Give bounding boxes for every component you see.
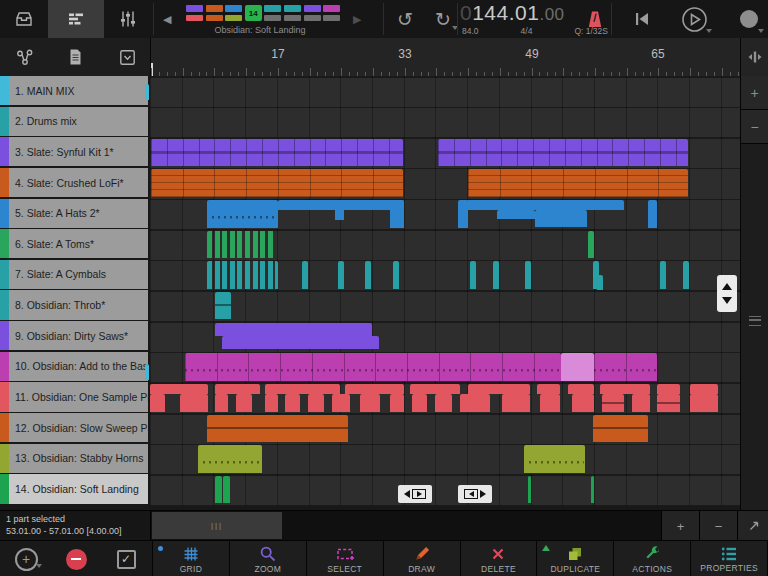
timeline-ruler[interactable]: 17334965 (150, 38, 741, 76)
clip[interactable] (390, 200, 404, 228)
clip[interactable] (345, 384, 404, 394)
track-chip[interactable] (225, 15, 242, 22)
clip[interactable] (597, 275, 603, 290)
clip[interactable] (265, 394, 278, 412)
tool-draw-button[interactable]: DRAW (384, 541, 461, 576)
track-chip[interactable] (225, 5, 242, 12)
zoom-out-button[interactable]: − (699, 511, 737, 541)
clip[interactable] (561, 353, 594, 381)
clip[interactable] (265, 384, 340, 394)
loop-end-marker[interactable] (458, 485, 492, 503)
clip[interactable] (572, 394, 594, 412)
selected-track-chip[interactable]: 14 (245, 5, 262, 21)
clip[interactable] (180, 394, 208, 412)
track-chip[interactable] (264, 15, 281, 22)
track-chip[interactable] (206, 5, 223, 12)
clip[interactable] (648, 200, 657, 228)
clip[interactable] (215, 292, 231, 320)
track-row[interactable]: 11. Obsidian: One Sample Pian.. (0, 382, 148, 411)
clip[interactable] (528, 476, 531, 504)
track-chip[interactable] (284, 5, 301, 12)
tempo-value[interactable]: 84.0 (462, 26, 479, 36)
clip[interactable] (185, 353, 561, 381)
track-row[interactable]: 3. Slate: Synful Kit 1* (0, 137, 148, 166)
metronome-button[interactable] (582, 0, 608, 38)
track-row[interactable]: 14. Obsidian: Soft Landing (0, 474, 148, 503)
track-row[interactable]: 4. Slate: Crushed LoFi* (0, 168, 148, 197)
clip[interactable] (338, 261, 344, 289)
clip[interactable] (683, 261, 689, 289)
clip[interactable] (525, 261, 531, 289)
clip[interactable] (207, 200, 278, 228)
track-chip[interactable] (323, 15, 340, 22)
clip[interactable] (360, 394, 380, 412)
scrollbar-thumb[interactable]: ||| (152, 512, 282, 539)
clip[interactable] (410, 384, 460, 394)
track-chip-strip[interactable]: 14 (186, 5, 344, 21)
clip[interactable] (591, 476, 594, 504)
zoom-in-button[interactable]: + (661, 511, 699, 541)
clip[interactable] (412, 394, 427, 412)
clip[interactable] (435, 394, 452, 412)
clip[interactable] (470, 261, 476, 289)
clip[interactable] (145, 84, 149, 100)
go-to-start-button[interactable] (624, 0, 660, 38)
clip[interactable] (690, 394, 718, 412)
clip[interactable] (207, 415, 348, 443)
track-row[interactable]: 7. Slate: A Cymbals (0, 260, 148, 289)
clip[interactable] (207, 231, 275, 259)
arrangement-grid[interactable] (150, 76, 740, 506)
track-chip[interactable] (304, 5, 321, 12)
clip[interactable] (460, 394, 490, 412)
automation-button[interactable] (10, 38, 40, 76)
tool-delete-button[interactable]: DELETE (461, 541, 538, 576)
track-row[interactable]: 6. Slate: A Toms* (0, 229, 148, 258)
clip[interactable] (150, 384, 208, 394)
clip[interactable] (690, 384, 718, 394)
track-row[interactable]: 10. Obsidian: Add to the Bass* (0, 352, 148, 381)
track-row[interactable]: 1. MAIN MIX (0, 76, 148, 105)
clip[interactable] (215, 323, 372, 336)
clip[interactable] (602, 394, 624, 412)
clip[interactable] (222, 336, 379, 349)
clip[interactable] (223, 476, 230, 504)
clip[interactable] (151, 139, 403, 167)
track-chip[interactable] (284, 15, 301, 22)
clip[interactable] (588, 231, 594, 259)
clip[interactable] (150, 394, 165, 412)
clip[interactable] (657, 384, 680, 394)
clip[interactable] (502, 394, 530, 412)
track-row[interactable]: 13. Obsidian: Stabby Horns (0, 444, 148, 473)
track-row[interactable]: 8. Obsidian: Throb* (0, 290, 148, 319)
clip[interactable] (593, 415, 648, 443)
spinner-down-icon[interactable] (722, 297, 732, 304)
tool-zoom-button[interactable]: ZOOM (230, 541, 307, 576)
track-zoom-in-button[interactable]: + (741, 76, 768, 110)
multi-select-button[interactable]: ✓ (108, 541, 144, 576)
redo-button[interactable]: ↻ (426, 0, 460, 38)
clip[interactable] (466, 200, 624, 210)
tool-actions-button[interactable]: ACTIONS (614, 541, 691, 576)
track-chip[interactable] (264, 5, 281, 12)
clip[interactable] (468, 384, 530, 394)
play-caret-icon[interactable] (706, 29, 712, 33)
tool-grid-button[interactable]: GRID (153, 541, 230, 576)
clip[interactable] (594, 353, 657, 381)
remove-track-button[interactable] (58, 541, 94, 576)
track-zoom-out-button[interactable]: − (741, 110, 768, 144)
clip[interactable] (215, 476, 222, 504)
clip[interactable] (493, 261, 499, 289)
undo-button[interactable]: ↺ (388, 0, 422, 38)
clip[interactable] (497, 210, 535, 219)
track-row[interactable]: 5. Slate: A Hats 2* (0, 199, 148, 228)
clip[interactable] (524, 445, 585, 473)
clip[interactable] (365, 261, 371, 289)
sidebar-menu-icon[interactable] (749, 316, 761, 326)
ruler-corner-button[interactable] (740, 38, 768, 76)
track-chip[interactable] (323, 5, 340, 12)
clip[interactable] (632, 394, 650, 412)
track-chip[interactable] (186, 15, 203, 22)
clip[interactable] (390, 394, 404, 412)
spinner-up-icon[interactable] (722, 283, 732, 290)
clip[interactable] (302, 261, 308, 289)
